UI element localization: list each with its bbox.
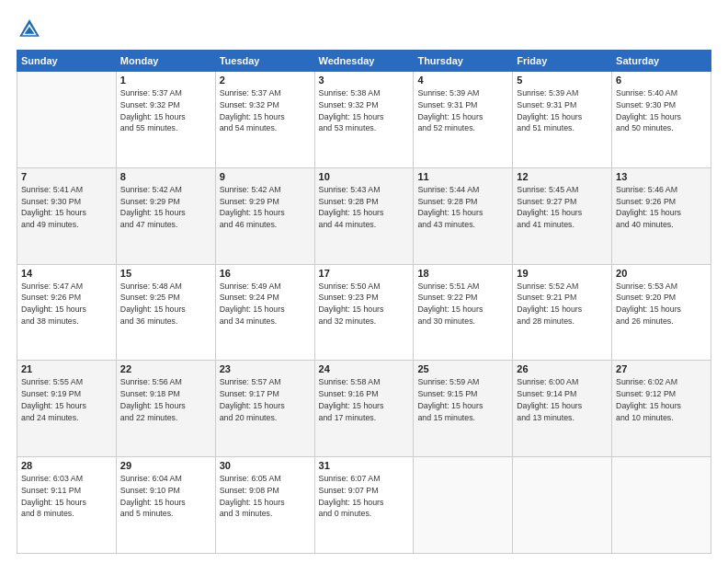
calendar-cell: 24Sunrise: 5:58 AMSunset: 9:16 PMDayligh… — [314, 361, 414, 457]
day-info: Sunrise: 6:03 AMSunset: 9:11 PMDaylight:… — [21, 473, 112, 520]
weekday-header-wednesday: Wednesday — [314, 51, 414, 72]
weekday-header-friday: Friday — [513, 51, 612, 72]
day-info: Sunrise: 5:57 AMSunset: 9:17 PMDaylight:… — [220, 376, 311, 423]
day-info: Sunrise: 5:53 AMSunset: 9:20 PMDaylight:… — [616, 281, 707, 327]
day-number: 25 — [417, 363, 508, 374]
day-number: 26 — [517, 363, 608, 374]
day-number: 21 — [21, 363, 112, 374]
calendar-week-2: 7Sunrise: 5:41 AMSunset: 9:30 PMDaylight… — [17, 167, 711, 264]
weekday-header-sunday: Sunday — [17, 51, 117, 72]
day-info: Sunrise: 5:51 AMSunset: 9:22 PMDaylight:… — [417, 281, 508, 327]
day-info: Sunrise: 5:41 AMSunset: 9:30 PMDaylight:… — [21, 184, 112, 231]
day-number: 29 — [120, 460, 211, 471]
day-number: 7 — [21, 171, 112, 182]
calendar-cell: 1Sunrise: 5:37 AMSunset: 9:32 PMDaylight… — [116, 72, 215, 168]
calendar-cell: 11Sunrise: 5:44 AMSunset: 9:28 PMDayligh… — [414, 167, 513, 264]
weekday-header-monday: Monday — [116, 51, 215, 72]
calendar-cell: 21Sunrise: 5:55 AMSunset: 9:19 PMDayligh… — [17, 361, 117, 457]
day-info: Sunrise: 5:42 AMSunset: 9:29 PMDaylight:… — [120, 184, 211, 231]
day-number: 10 — [319, 171, 410, 182]
calendar-cell: 19Sunrise: 5:52 AMSunset: 9:21 PMDayligh… — [513, 264, 612, 361]
day-info: Sunrise: 5:52 AMSunset: 9:21 PMDaylight:… — [517, 281, 608, 327]
calendar-cell — [17, 72, 117, 168]
day-info: Sunrise: 5:49 AMSunset: 9:24 PMDaylight:… — [220, 281, 311, 327]
day-info: Sunrise: 5:47 AMSunset: 9:26 PMDaylight:… — [21, 281, 112, 327]
calendar-cell: 10Sunrise: 5:43 AMSunset: 9:28 PMDayligh… — [314, 167, 414, 264]
day-info: Sunrise: 5:44 AMSunset: 9:28 PMDaylight:… — [417, 184, 508, 231]
calendar-cell: 29Sunrise: 6:04 AMSunset: 9:10 PMDayligh… — [116, 457, 215, 554]
calendar-cell: 3Sunrise: 5:38 AMSunset: 9:32 PMDaylight… — [314, 72, 414, 168]
calendar-week-3: 14Sunrise: 5:47 AMSunset: 9:26 PMDayligh… — [17, 264, 711, 361]
day-info: Sunrise: 5:37 AMSunset: 9:32 PMDaylight:… — [120, 87, 211, 134]
day-number: 17 — [319, 268, 410, 279]
calendar-cell: 14Sunrise: 5:47 AMSunset: 9:26 PMDayligh… — [17, 264, 117, 361]
weekday-header-row: SundayMondayTuesdayWednesdayThursdayFrid… — [17, 51, 711, 72]
day-number: 18 — [417, 268, 508, 279]
calendar-cell: 26Sunrise: 6:00 AMSunset: 9:14 PMDayligh… — [513, 361, 612, 457]
calendar-cell — [513, 457, 612, 554]
day-number: 6 — [616, 75, 707, 86]
day-info: Sunrise: 5:45 AMSunset: 9:27 PMDaylight:… — [517, 184, 608, 231]
calendar-cell: 6Sunrise: 5:40 AMSunset: 9:30 PMDaylight… — [612, 72, 711, 168]
calendar-cell: 9Sunrise: 5:42 AMSunset: 9:29 PMDaylight… — [215, 167, 314, 264]
day-number: 9 — [220, 171, 311, 182]
day-info: Sunrise: 5:48 AMSunset: 9:25 PMDaylight:… — [120, 281, 211, 327]
day-number: 1 — [120, 75, 211, 86]
day-number: 28 — [21, 460, 112, 471]
day-info: Sunrise: 5:55 AMSunset: 9:19 PMDaylight:… — [21, 376, 112, 423]
calendar-cell: 8Sunrise: 5:42 AMSunset: 9:29 PMDaylight… — [116, 167, 215, 264]
day-info: Sunrise: 5:38 AMSunset: 9:32 PMDaylight:… — [319, 87, 410, 134]
day-number: 27 — [616, 363, 707, 374]
calendar-cell — [414, 457, 513, 554]
day-info: Sunrise: 5:59 AMSunset: 9:15 PMDaylight:… — [417, 376, 508, 423]
calendar-cell: 23Sunrise: 5:57 AMSunset: 9:17 PMDayligh… — [215, 361, 314, 457]
day-number: 3 — [319, 75, 410, 86]
calendar-cell: 31Sunrise: 6:07 AMSunset: 9:07 PMDayligh… — [314, 457, 414, 554]
calendar-cell: 7Sunrise: 5:41 AMSunset: 9:30 PMDaylight… — [17, 167, 117, 264]
day-info: Sunrise: 6:00 AMSunset: 9:14 PMDaylight:… — [517, 376, 608, 423]
day-number: 8 — [120, 171, 211, 182]
weekday-header-saturday: Saturday — [612, 51, 711, 72]
day-number: 20 — [616, 268, 707, 279]
day-number: 14 — [21, 268, 112, 279]
logo — [17, 17, 46, 42]
day-info: Sunrise: 6:02 AMSunset: 9:12 PMDaylight:… — [616, 376, 707, 423]
day-number: 22 — [120, 363, 211, 374]
calendar-table: SundayMondayTuesdayWednesdayThursdayFrid… — [17, 50, 711, 554]
calendar-cell: 25Sunrise: 5:59 AMSunset: 9:15 PMDayligh… — [414, 361, 513, 457]
day-number: 13 — [616, 171, 707, 182]
day-number: 31 — [319, 460, 410, 471]
calendar-cell: 28Sunrise: 6:03 AMSunset: 9:11 PMDayligh… — [17, 457, 117, 554]
calendar-cell: 17Sunrise: 5:50 AMSunset: 9:23 PMDayligh… — [314, 264, 414, 361]
page: SundayMondayTuesdayWednesdayThursdayFrid… — [0, 0, 728, 563]
day-number: 16 — [220, 268, 311, 279]
calendar-cell: 20Sunrise: 5:53 AMSunset: 9:20 PMDayligh… — [612, 264, 711, 361]
calendar-week-1: 1Sunrise: 5:37 AMSunset: 9:32 PMDaylight… — [17, 72, 711, 168]
day-info: Sunrise: 5:43 AMSunset: 9:28 PMDaylight:… — [319, 184, 410, 231]
calendar-cell: 15Sunrise: 5:48 AMSunset: 9:25 PMDayligh… — [116, 264, 215, 361]
calendar-cell: 12Sunrise: 5:45 AMSunset: 9:27 PMDayligh… — [513, 167, 612, 264]
day-number: 5 — [517, 75, 608, 86]
day-info: Sunrise: 5:56 AMSunset: 9:18 PMDaylight:… — [120, 376, 211, 423]
day-number: 12 — [517, 171, 608, 182]
header — [17, 17, 711, 42]
day-info: Sunrise: 5:40 AMSunset: 9:30 PMDaylight:… — [616, 87, 707, 134]
day-info: Sunrise: 5:46 AMSunset: 9:26 PMDaylight:… — [616, 184, 707, 231]
day-number: 11 — [417, 171, 508, 182]
day-number: 23 — [220, 363, 311, 374]
calendar-cell: 2Sunrise: 5:37 AMSunset: 9:32 PMDaylight… — [215, 72, 314, 168]
day-info: Sunrise: 5:42 AMSunset: 9:29 PMDaylight:… — [220, 184, 311, 231]
day-number: 24 — [319, 363, 410, 374]
calendar-week-4: 21Sunrise: 5:55 AMSunset: 9:19 PMDayligh… — [17, 361, 711, 457]
day-info: Sunrise: 6:07 AMSunset: 9:07 PMDaylight:… — [319, 473, 410, 520]
day-number: 15 — [120, 268, 211, 279]
calendar-cell: 16Sunrise: 5:49 AMSunset: 9:24 PMDayligh… — [215, 264, 314, 361]
day-info: Sunrise: 5:39 AMSunset: 9:31 PMDaylight:… — [417, 87, 508, 134]
calendar-cell: 18Sunrise: 5:51 AMSunset: 9:22 PMDayligh… — [414, 264, 513, 361]
logo-icon — [17, 17, 42, 42]
calendar-week-5: 28Sunrise: 6:03 AMSunset: 9:11 PMDayligh… — [17, 457, 711, 554]
day-info: Sunrise: 5:50 AMSunset: 9:23 PMDaylight:… — [319, 281, 410, 327]
day-info: Sunrise: 5:37 AMSunset: 9:32 PMDaylight:… — [220, 87, 311, 134]
day-info: Sunrise: 5:39 AMSunset: 9:31 PMDaylight:… — [517, 87, 608, 134]
calendar-cell: 27Sunrise: 6:02 AMSunset: 9:12 PMDayligh… — [612, 361, 711, 457]
